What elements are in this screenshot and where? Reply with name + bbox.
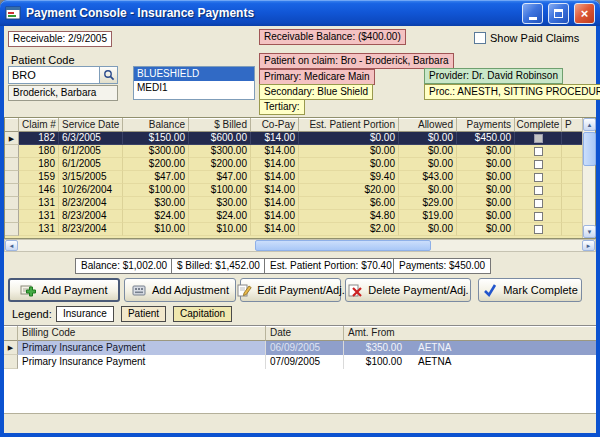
show-paid-claims[interactable]: Show Paid Claims xyxy=(474,32,579,44)
col-payments[interactable]: Payments xyxy=(457,118,515,132)
cell-billing-code: Primary Insurance Payment xyxy=(18,341,266,355)
col-billing-code[interactable]: Billing Code xyxy=(18,326,266,341)
patient-code-input[interactable] xyxy=(8,66,100,84)
cell-complete xyxy=(515,210,562,223)
titlebar[interactable]: Payment Console - Insurance Payments × xyxy=(0,0,600,26)
grid-corner xyxy=(5,118,19,132)
patient-code-label: Patient Code xyxy=(11,54,75,66)
add-adjustment-button[interactable]: Add Adjustment xyxy=(124,278,236,302)
window-title: Payment Console - Insurance Payments xyxy=(26,6,517,20)
total-payments: Payments: $450.00 xyxy=(393,258,491,274)
row-selector-gutter[interactable] xyxy=(5,158,19,171)
cell-amt-from: $350.00 AETNA xyxy=(344,341,596,355)
mark-complete-label: Mark Complete xyxy=(503,284,578,296)
claims-horizontal-scrollbar[interactable]: ◄ ► xyxy=(4,239,596,252)
complete-checkbox[interactable] xyxy=(534,173,543,182)
edit-payment-button[interactable]: Edit Payment/Adj. xyxy=(240,278,341,302)
col-billed[interactable]: $ Billed xyxy=(189,118,251,132)
claims-grid-row[interactable]: 131 8/23/2004 $30.00 $30.00 $14.00 $6.00… xyxy=(5,197,582,210)
mark-complete-button[interactable]: Mark Complete xyxy=(478,278,582,302)
scroll-up-button[interactable]: ▲ xyxy=(583,118,596,131)
complete-checkbox[interactable] xyxy=(534,160,543,169)
cell-amount: $350.00 xyxy=(344,341,406,355)
col-balance[interactable]: Balance xyxy=(123,118,189,132)
cell-service-date: 10/26/2004 xyxy=(59,184,123,197)
col-date[interactable]: Date xyxy=(266,326,344,341)
cell-claim-number: 131 xyxy=(19,197,59,210)
row-selector-gutter[interactable]: ▶ xyxy=(5,132,19,145)
scroll-left-button[interactable]: ◄ xyxy=(5,240,18,251)
row-selector-gutter[interactable] xyxy=(4,355,18,369)
claims-vertical-scrollbar[interactable]: ▲ ▼ xyxy=(582,118,595,238)
claims-grid-row[interactable]: 159 3/15/2005 $47.00 $47.00 $14.00 $9.40… xyxy=(5,171,582,184)
minimize-button[interactable] xyxy=(522,3,543,24)
cell-est-patient-portion: $0.00 xyxy=(299,145,399,158)
cell-billing-code: Primary Insurance Payment xyxy=(18,355,266,369)
col-complete[interactable]: Complete xyxy=(515,118,562,132)
cell-allowed: $29.00 xyxy=(399,197,457,210)
vertical-scroll-thumb[interactable] xyxy=(583,132,596,166)
payment-row[interactable]: Primary Insurance Payment 07/09/2005 $10… xyxy=(4,355,596,369)
receivable-field: Receivable: 2/9/2005 xyxy=(8,31,112,47)
cell-billed: $300.00 xyxy=(189,145,251,158)
row-selector-gutter[interactable] xyxy=(5,145,19,158)
col-claim-number[interactable]: Claim # xyxy=(19,118,59,132)
claims-grid-row[interactable]: ▶ 182 6/3/2005 $150.00 $600.00 $14.00 $0… xyxy=(5,132,582,145)
claims-grid-row[interactable]: 131 8/23/2004 $24.00 $24.00 $14.00 $4.80… xyxy=(5,210,582,223)
show-paid-claims-checkbox[interactable] xyxy=(474,32,486,44)
claims-grid-row[interactable]: 180 6/1/2005 $300.00 $300.00 $14.00 $0.0… xyxy=(5,145,582,158)
cell-allowed: $19.00 xyxy=(399,210,457,223)
cell-billed: $600.00 xyxy=(189,132,251,145)
delete-payment-button[interactable]: Delete Payment/Adj. xyxy=(345,278,471,302)
cell-overflow xyxy=(562,145,582,158)
show-paid-claims-label: Show Paid Claims xyxy=(490,32,579,44)
payment-row[interactable]: ▶ Primary Insurance Payment 06/09/2005 $… xyxy=(4,341,596,355)
horizontal-scroll-thumb[interactable] xyxy=(255,240,431,251)
cell-complete xyxy=(515,158,562,171)
row-selector-gutter[interactable] xyxy=(5,197,19,210)
patient-search-button[interactable] xyxy=(100,66,118,84)
payments-table-header: Billing Code Date Amt. From xyxy=(4,326,596,341)
cell-from: AETNA xyxy=(406,355,451,369)
plan-item-medi1[interactable]: MEDI1 xyxy=(134,81,254,95)
col-copay[interactable]: Co-Pay xyxy=(251,118,299,132)
complete-checkbox[interactable] xyxy=(534,225,543,234)
close-button[interactable]: × xyxy=(574,3,595,24)
col-amt-from[interactable]: Amt. From xyxy=(344,326,596,341)
complete-checkbox[interactable] xyxy=(534,212,543,221)
complete-checkbox[interactable] xyxy=(534,199,543,208)
scroll-right-button[interactable]: ► xyxy=(582,240,595,251)
row-selector-gutter[interactable] xyxy=(5,184,19,197)
row-selector-gutter[interactable] xyxy=(5,223,19,236)
legend: Insurance Patient Capitation xyxy=(56,306,232,322)
claims-grid-row[interactable]: 146 10/26/2004 $100.00 $100.00 $14.00 $2… xyxy=(5,184,582,197)
cell-balance: $47.00 xyxy=(123,171,189,184)
claims-grid-row[interactable]: 131 8/23/2004 $10.00 $10.00 $14.00 $2.00… xyxy=(5,223,582,236)
insurance-plan-listbox[interactable]: BLUESHIELD MEDI1 xyxy=(133,66,255,100)
maximize-button[interactable] xyxy=(548,3,569,24)
payments-table-body: ▶ Primary Insurance Payment 06/09/2005 $… xyxy=(4,341,596,369)
col-service-date[interactable]: Service Date xyxy=(59,118,123,132)
claims-grid-row[interactable]: 180 6/1/2005 $200.00 $200.00 $14.00 $0.0… xyxy=(5,158,582,171)
add-payment-button[interactable]: Add Payment xyxy=(8,278,120,302)
cell-date: 07/09/2005 xyxy=(266,355,344,369)
cell-balance: $300.00 xyxy=(123,145,189,158)
complete-checkbox[interactable] xyxy=(534,134,543,143)
col-allowed[interactable]: Allowed xyxy=(399,118,457,132)
cell-billed: $24.00 xyxy=(189,210,251,223)
add-payment-label: Add Payment xyxy=(41,284,107,296)
cell-copay: $14.00 xyxy=(251,223,299,236)
row-selector-gutter[interactable] xyxy=(5,210,19,223)
row-selector-gutter[interactable]: ▶ xyxy=(4,341,18,355)
cell-claim-number: 131 xyxy=(19,223,59,236)
complete-checkbox[interactable] xyxy=(534,186,543,195)
row-selector-gutter[interactable] xyxy=(5,171,19,184)
col-est-patient-portion[interactable]: Est. Patient Portion xyxy=(299,118,399,132)
complete-checkbox[interactable] xyxy=(534,147,543,156)
cell-allowed: $0.00 xyxy=(399,132,457,145)
scroll-down-button[interactable]: ▼ xyxy=(583,225,596,238)
col-overflow[interactable]: P xyxy=(562,118,582,132)
cell-complete xyxy=(515,132,562,145)
cell-est-patient-portion: $6.00 xyxy=(299,197,399,210)
plan-item-blueshield[interactable]: BLUESHIELD xyxy=(134,67,254,81)
